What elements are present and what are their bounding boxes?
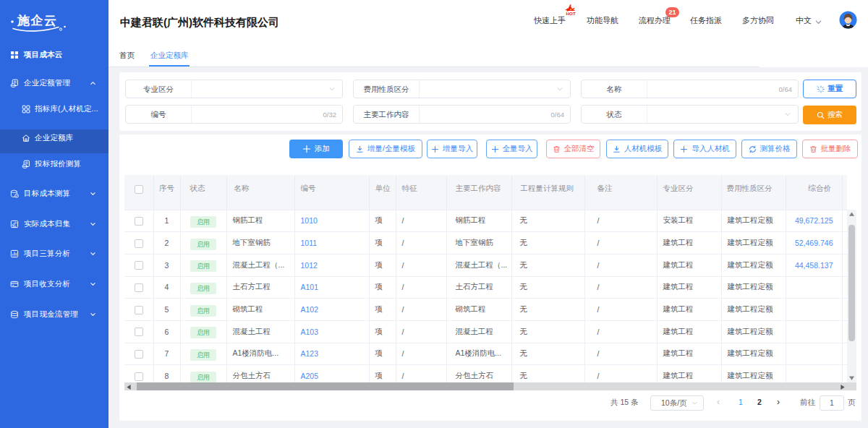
svg-text:HOT: HOT bbox=[566, 11, 576, 16]
svg-text:施企云: 施企云 bbox=[17, 14, 58, 27]
